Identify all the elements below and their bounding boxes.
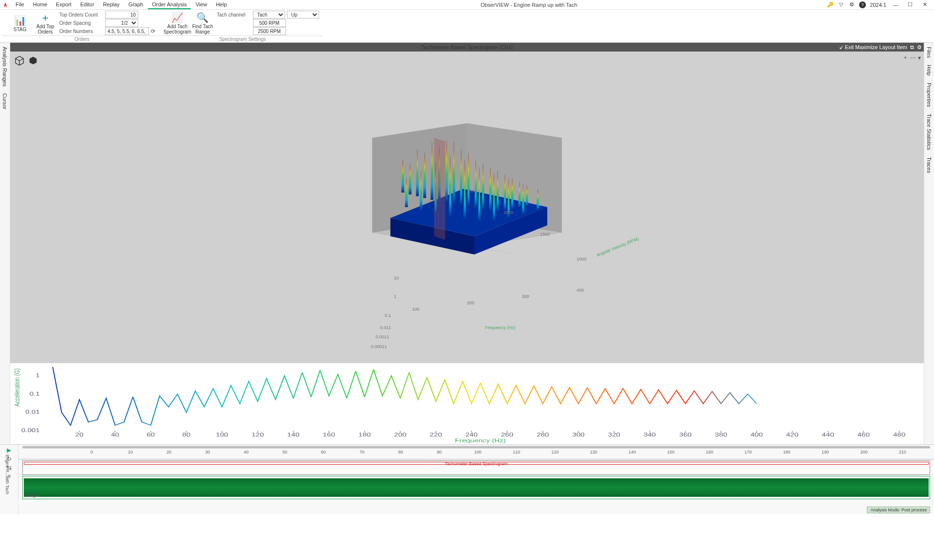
minimize-button[interactable]: — bbox=[890, 2, 901, 8]
tab-files[interactable]: Files bbox=[925, 45, 933, 60]
view-cube-icon[interactable] bbox=[28, 55, 38, 66]
spectrogram-group-label: Spectrogram Settings bbox=[162, 35, 323, 42]
play-icon[interactable]: ▶ bbox=[7, 447, 11, 454]
right-side-tabs: Files Help Properties Trace Statistics T… bbox=[924, 43, 934, 444]
settings-icon[interactable]: ⚙ bbox=[917, 44, 922, 51]
svg-text:240: 240 bbox=[466, 432, 478, 438]
tab-cursor[interactable]: Cursor bbox=[1, 91, 9, 111]
menu-export[interactable]: Export bbox=[52, 0, 75, 9]
svg-text:160: 160 bbox=[323, 432, 335, 438]
svg-text:200: 200 bbox=[394, 432, 406, 438]
order-numbers-input[interactable] bbox=[105, 27, 149, 35]
svg-text:100: 100 bbox=[216, 432, 228, 438]
svg-text:0.1: 0.1 bbox=[30, 391, 40, 397]
stag-button[interactable]: 📊 STAG bbox=[9, 11, 31, 36]
analysis-mode-status: Analysis Mode: Post process bbox=[867, 507, 930, 513]
svg-text:380: 380 bbox=[715, 432, 727, 438]
view-3d-icon[interactable] bbox=[14, 55, 25, 66]
svg-text:1: 1 bbox=[36, 372, 39, 378]
graph-title: Tachometer Based Spectrogram (Ch1) bbox=[421, 44, 513, 50]
svg-text:400: 400 bbox=[751, 432, 763, 438]
add-top-orders-button[interactable]: ＋ Add Top Orders bbox=[34, 11, 56, 36]
help-icon[interactable]: ? bbox=[859, 1, 866, 8]
order-spacing-label: Order Spacing bbox=[59, 20, 103, 26]
tab-help[interactable]: Help bbox=[925, 63, 933, 78]
chevron-down-icon[interactable]: ▾ bbox=[918, 54, 921, 61]
svg-text:360: 360 bbox=[679, 432, 691, 438]
left-side-tabs: Analysis Ranges Cursor bbox=[0, 43, 10, 444]
top-orders-count-input[interactable] bbox=[105, 11, 138, 18]
spectrum-2d-chart[interactable]: 0.0010.010.11Acceleration (G)20406080100… bbox=[10, 363, 924, 444]
svg-text:Frequency (Hz): Frequency (Hz) bbox=[455, 438, 506, 443]
menu-help[interactable]: Help bbox=[212, 0, 231, 9]
menu-view[interactable]: View bbox=[192, 0, 211, 9]
svg-text:340: 340 bbox=[644, 432, 656, 438]
svg-text:220: 220 bbox=[430, 432, 442, 438]
svg-text:420: 420 bbox=[786, 432, 798, 438]
menu-editor[interactable]: Editor bbox=[76, 0, 98, 9]
rpm-low-input[interactable] bbox=[253, 19, 286, 27]
svg-text:140: 140 bbox=[287, 432, 299, 438]
order-numbers-label: Order Numbers bbox=[59, 29, 103, 34]
tab-traces[interactable]: Traces bbox=[925, 155, 933, 175]
tab-analysis-ranges[interactable]: Analysis Ranges bbox=[1, 45, 9, 88]
stag-icon: 📊 bbox=[14, 15, 26, 26]
svg-text:80: 80 bbox=[182, 432, 191, 438]
x-axis-3d-label: Frequency (Hz) bbox=[485, 325, 516, 330]
timeline-track-waveform[interactable]: Range1 bbox=[22, 476, 930, 499]
svg-text:460: 460 bbox=[858, 432, 870, 438]
menu-order-analysis[interactable]: Order Analysis bbox=[148, 0, 191, 9]
timeline-channel-label: Engine R...with Tach bbox=[5, 455, 10, 494]
svg-text:260: 260 bbox=[501, 432, 513, 438]
rpm-high-input[interactable] bbox=[253, 27, 286, 35]
direction-select[interactable]: Up bbox=[287, 11, 319, 18]
more-icon[interactable]: ⋯ bbox=[910, 54, 916, 61]
version-label: 2024.1 bbox=[870, 2, 886, 8]
svg-text:20: 20 bbox=[75, 432, 84, 438]
menu-file[interactable]: File bbox=[12, 0, 28, 9]
timeline-track-spectrogram[interactable]: Tachometer Based Spectrogram bbox=[22, 460, 930, 475]
order-spacing-select[interactable]: 1/2 bbox=[105, 19, 138, 27]
svg-marker-38 bbox=[434, 138, 446, 240]
svg-text:0.01: 0.01 bbox=[25, 409, 40, 415]
tach-channel-label: Tach channel bbox=[217, 12, 251, 18]
exit-maximize-button[interactable]: ↙ Exit Maximize Layout Item bbox=[839, 44, 907, 51]
tach-channel-select[interactable]: Tach bbox=[253, 11, 285, 18]
menu-home[interactable]: Home bbox=[29, 0, 51, 9]
copy-icon[interactable]: ⧉ bbox=[910, 44, 914, 51]
svg-text:440: 440 bbox=[822, 432, 834, 438]
spectrogram-icon: 📈 bbox=[171, 12, 183, 23]
graph-3d-area[interactable]: ＋ ⋯ ▾ bbox=[10, 52, 924, 363]
search-icon: 🔍 bbox=[197, 12, 209, 23]
window-title: ObserVIEW - Engine Ramp up with Tach bbox=[231, 2, 827, 8]
maximize-button[interactable]: ☐ bbox=[905, 1, 916, 8]
svg-text:120: 120 bbox=[251, 432, 264, 438]
menu-replay[interactable]: Replay bbox=[99, 0, 124, 9]
svg-text:Acceleration (G): Acceleration (G) bbox=[13, 368, 21, 407]
plus-icon: ＋ bbox=[40, 12, 50, 23]
svg-text:40: 40 bbox=[111, 432, 119, 438]
refresh-icon[interactable]: ⟳ bbox=[151, 28, 155, 35]
top-orders-count-label: Top Orders Count bbox=[59, 12, 103, 18]
svg-text:280: 280 bbox=[537, 432, 549, 438]
track-title: Tachometer Based Spectrogram bbox=[445, 461, 507, 466]
svg-text:0.001: 0.001 bbox=[21, 427, 40, 433]
find-tach-range-button[interactable]: 🔍 Find Tach Range bbox=[192, 11, 214, 36]
add-tach-spectrogram-button[interactable]: 📈 Add Tach Spectrogram bbox=[166, 11, 189, 36]
tab-trace-statistics[interactable]: Trace Statistics bbox=[925, 112, 933, 152]
key-icon[interactable]: 🔑 bbox=[827, 1, 834, 8]
menu-graph[interactable]: Graph bbox=[125, 0, 147, 9]
close-button[interactable]: ✕ bbox=[919, 1, 930, 8]
gear-icon[interactable]: ⚙ bbox=[848, 1, 855, 8]
svg-text:320: 320 bbox=[608, 432, 620, 438]
timeline-ruler[interactable]: 0102030405060708090100110120130140150160… bbox=[18, 450, 934, 459]
filter-icon[interactable]: ▽ bbox=[838, 1, 844, 8]
main-menu: File Home Export Editor Replay Graph Ord… bbox=[12, 0, 231, 9]
svg-text:180: 180 bbox=[359, 432, 371, 438]
orders-group-label: Orders bbox=[2, 35, 162, 42]
graph-title-bar: Tachometer Based Spectrogram (Ch1) ↙ Exi… bbox=[10, 43, 924, 52]
timeline-scrollbar[interactable] bbox=[22, 446, 930, 449]
svg-text:300: 300 bbox=[572, 432, 584, 438]
add-trace-icon[interactable]: ＋ bbox=[902, 53, 908, 62]
tab-properties[interactable]: Properties bbox=[925, 81, 933, 109]
